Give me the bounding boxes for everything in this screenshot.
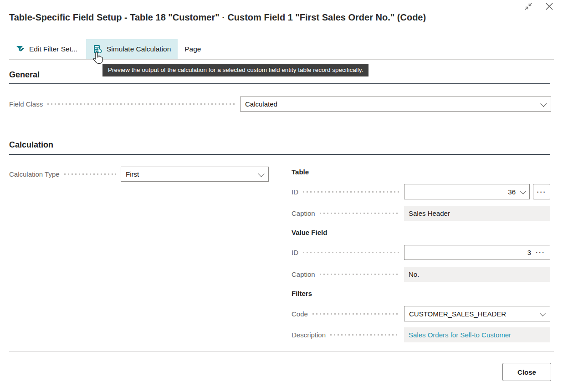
- ellipsis-icon[interactable]: ···: [536, 249, 545, 256]
- filter-code-value: CUSTOMER_SALES_HEADER: [409, 310, 506, 318]
- simulate-calculation-button[interactable]: Simulate Calculation: [86, 39, 178, 59]
- field-class-value: Calculated: [245, 100, 277, 108]
- field-class-select[interactable]: Calculated: [240, 97, 551, 112]
- calculation-section-rule: [9, 154, 550, 155]
- edit-filter-set-label: Edit Filter Set...: [29, 45, 77, 53]
- value-field-caption-row: Caption No.: [292, 267, 550, 282]
- table-id-lookup-button[interactable]: ···: [533, 184, 550, 199]
- filter-edit-icon: [16, 45, 25, 54]
- simulate-calculation-tooltip: Preview the output of the calculation fo…: [102, 64, 369, 76]
- chevron-down-icon: [539, 310, 546, 316]
- filter-code-label: Code: [292, 310, 308, 318]
- filter-description-label: Description: [292, 331, 326, 339]
- value-field-id-input[interactable]: 3 ···: [404, 245, 550, 260]
- table-specific-field-setup-dialog: Table-Specific Field Setup - Table 18 "C…: [0, 0, 563, 392]
- ellipsis-icon: ···: [537, 188, 547, 195]
- page-menu-button[interactable]: Page: [178, 39, 208, 59]
- calculation-type-label: Calculation Type: [9, 170, 60, 178]
- footer-divider: [9, 351, 554, 351]
- table-id-select[interactable]: 36: [404, 184, 530, 199]
- value-field-id-label: ID: [292, 249, 298, 256]
- dotted-leader: [330, 334, 399, 336]
- value-field-id-row: ID 3 ···: [292, 245, 550, 260]
- field-class-label: Field Class: [9, 100, 43, 108]
- table-group-title: Table: [292, 168, 309, 176]
- filter-code-row: Code CUSTOMER_SALES_HEADER: [292, 306, 550, 321]
- general-section-rule: [9, 83, 550, 84]
- general-section-title: General: [9, 70, 40, 80]
- dotted-leader: [303, 191, 399, 193]
- calculator-refresh-icon: [93, 45, 102, 54]
- filter-description-field: Sales Orders for Sell-to Customer: [404, 327, 550, 342]
- filter-description-row: Description Sales Orders for Sell-to Cus…: [292, 327, 550, 342]
- chevron-down-icon: [540, 100, 547, 107]
- dotted-leader: [303, 252, 399, 253]
- dotted-leader: [320, 213, 399, 214]
- dialog-titlebar: Table-Specific Field Setup - Table 18 "C…: [9, 10, 554, 25]
- edit-filter-set-button[interactable]: Edit Filter Set...: [9, 39, 84, 59]
- dotted-leader: [320, 274, 399, 275]
- calculation-type-row: Calculation Type First: [9, 167, 269, 182]
- filter-description-value[interactable]: Sales Orders for Sell-to Customer: [409, 331, 511, 339]
- filters-group-title: Filters: [292, 290, 312, 297]
- dotted-leader: [47, 103, 235, 105]
- value-field-id-value: 3: [527, 249, 531, 256]
- filter-code-select[interactable]: CUSTOMER_SALES_HEADER: [404, 306, 550, 321]
- value-field-caption-field: No.: [404, 267, 550, 282]
- dotted-leader: [64, 173, 116, 175]
- value-field-caption-value: No.: [409, 270, 419, 278]
- value-field-group-title: Value Field: [292, 229, 327, 236]
- close-button[interactable]: Close: [502, 363, 551, 381]
- simulate-calculation-label: Simulate Calculation: [107, 45, 171, 53]
- calculation-type-select[interactable]: First: [121, 167, 269, 182]
- value-field-caption-label: Caption: [292, 270, 315, 278]
- close-button-label: Close: [517, 368, 536, 376]
- table-caption-label: Caption: [292, 209, 315, 217]
- field-class-row: Field Class Calculated: [9, 97, 551, 112]
- chevron-down-icon: [520, 188, 526, 194]
- table-caption-row: Caption Sales Header: [292, 206, 550, 221]
- calculation-section-title: Calculation: [9, 140, 53, 150]
- table-id-row: ID 36 ···: [292, 184, 550, 199]
- calculation-type-value: First: [126, 170, 139, 178]
- page-title: Table-Specific Field Setup - Table 18 "C…: [9, 12, 426, 23]
- table-id-value: 36: [508, 188, 516, 196]
- table-caption-value: Sales Header: [409, 209, 450, 217]
- chevron-down-icon: [258, 170, 264, 177]
- close-icon[interactable]: [544, 1, 555, 12]
- table-caption-field: Sales Header: [404, 206, 550, 221]
- action-toolbar: Edit Filter Set... Simulate Calculation …: [9, 39, 554, 60]
- page-menu-label: Page: [184, 45, 201, 53]
- dotted-leader: [312, 313, 399, 315]
- table-id-label: ID: [292, 188, 298, 196]
- collapse-arrows-icon[interactable]: [523, 1, 534, 12]
